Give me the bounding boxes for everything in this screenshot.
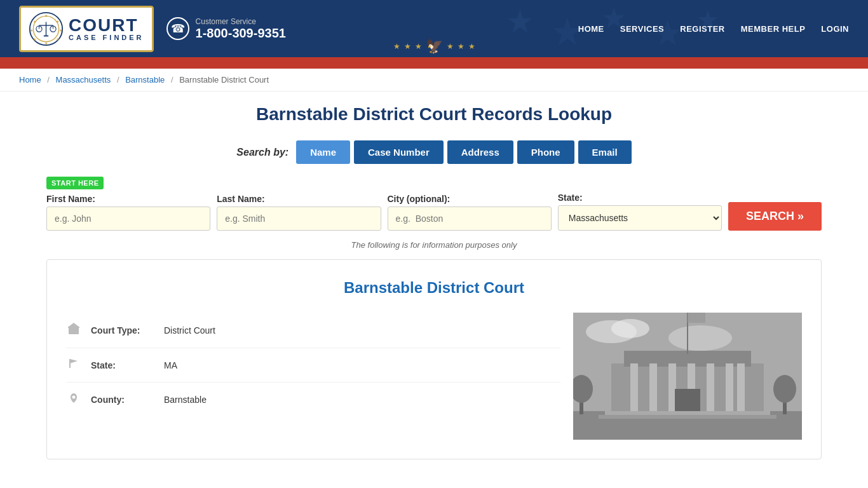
court-card: Barnstable District Court Court Type: Di… [46, 259, 822, 459]
court-card-title: Barnstable District Court [66, 279, 802, 297]
main-nav: HOME SERVICES REGISTER MEMBER HELP LOGIN [578, 24, 849, 34]
state-group: State: Massachusetts Alabama Alaska Ariz… [558, 193, 722, 231]
nav-services[interactable]: SERVICES [620, 24, 665, 34]
svg-rect-18 [68, 327, 79, 328]
county-value: Barnstable [164, 395, 207, 405]
nav-member-help[interactable]: MEMBER HELP [741, 24, 806, 34]
svg-rect-40 [599, 415, 776, 419]
svg-text:★: ★ [59, 28, 62, 32]
search-by-row: Search by: Name Case Number Address Phon… [46, 140, 822, 164]
first-name-group: First Name: [46, 194, 210, 231]
state-label-field: State: [91, 360, 154, 370]
breadcrumb-state[interactable]: Massachusetts [56, 75, 111, 85]
last-name-label: Last Name: [217, 194, 381, 204]
svg-rect-42 [688, 313, 705, 323]
eagle-emblem: ★ ★ ★ 🦅 ★ ★ ★ [393, 38, 475, 55]
tab-case-number[interactable]: Case Number [354, 140, 444, 164]
search-form-row: First Name: Last Name: City (optional): … [46, 193, 822, 231]
phone-number: 1-800-309-9351 [196, 26, 286, 41]
wave-bar: ★ ★ ★ 🦅 ★ ★ ★ [0, 57, 868, 69]
court-card-body: Court Type: District Court State: MA [66, 313, 802, 440]
breadcrumb: Home / Massachusetts / Barnstable / Barn… [0, 69, 868, 92]
svg-text:★: ★ [56, 36, 59, 41]
svg-rect-36 [726, 363, 733, 411]
phone-section: ☎ Customer Service 1-800-309-9351 [166, 17, 286, 41]
svg-point-23 [72, 396, 76, 399]
svg-text:★: ★ [33, 19, 36, 24]
svg-marker-20 [69, 323, 79, 327]
breadcrumb-sep-3: / [171, 75, 173, 85]
state-label: State: [558, 193, 722, 203]
svg-rect-37 [737, 363, 745, 411]
tab-phone[interactable]: Phone [517, 140, 574, 164]
form-section: START HERE First Name: Last Name: City (… [46, 177, 822, 231]
flag-icon [66, 358, 81, 372]
svg-rect-35 [707, 363, 714, 411]
breadcrumb-sep-2: / [117, 75, 119, 85]
state-value: MA [164, 360, 177, 370]
court-info-row-state: State: MA [66, 348, 560, 383]
breadcrumb-county[interactable]: Barnstable [125, 75, 165, 85]
customer-service-label: Customer Service [196, 17, 286, 26]
court-image [573, 313, 802, 440]
start-here-badge: START HERE [46, 177, 104, 189]
logo[interactable]: ★ ★ ★ ★ ★ ★ ★ ★ COURT CASE FINDER [19, 6, 154, 52]
svg-rect-38 [675, 389, 700, 414]
state-select[interactable]: Massachusetts Alabama Alaska Arizona Cal… [558, 205, 722, 231]
search-by-label: Search by: [236, 147, 288, 158]
info-note: The following is for information purpose… [46, 240, 822, 250]
court-type-label: Court Type: [91, 325, 154, 336]
first-name-label: First Name: [46, 194, 210, 204]
logo-court-label: COURT [69, 17, 144, 34]
breadcrumb-sep-1: / [47, 75, 50, 85]
search-section: Search by: Name Case Number Address Phon… [46, 140, 822, 164]
svg-text:★: ★ [56, 19, 59, 24]
svg-rect-19 [72, 329, 75, 334]
court-info-row-county: County: Barnstable [66, 383, 560, 416]
breadcrumb-home[interactable]: Home [19, 75, 41, 85]
last-name-group: Last Name: [217, 194, 381, 231]
svg-point-46 [773, 375, 796, 403]
page-title: Barnstable District Court Records Lookup [46, 104, 822, 125]
svg-text:★: ★ [44, 41, 48, 45]
court-type-value: District Court [164, 325, 215, 336]
court-info-table: Court Type: District Court State: MA [66, 313, 560, 440]
svg-text:★: ★ [44, 13, 48, 18]
city-input[interactable] [388, 207, 552, 231]
phone-icon: ☎ [166, 17, 189, 40]
tab-name[interactable]: Name [296, 140, 350, 164]
county-label: County: [91, 395, 154, 405]
city-label: City (optional): [388, 194, 552, 204]
svg-rect-32 [649, 363, 657, 411]
logo-casefinder-label: CASE FINDER [69, 34, 144, 41]
svg-text:★: ★ [30, 28, 33, 32]
logo-text: COURT CASE FINDER [69, 17, 144, 41]
building-icon [66, 322, 81, 338]
svg-point-26 [611, 319, 649, 338]
breadcrumb-current: Barnstable District Court [179, 75, 269, 85]
tab-email[interactable]: Email [578, 140, 632, 164]
svg-rect-39 [605, 411, 770, 415]
city-group: City (optional): [388, 194, 552, 231]
court-info-row-type: Court Type: District Court [66, 313, 560, 348]
main-content: Barnstable District Court Records Lookup… [27, 92, 841, 472]
map-pin-icon [66, 392, 81, 407]
nav-login[interactable]: LOGIN [821, 24, 849, 34]
svg-rect-31 [630, 363, 638, 411]
nav-home[interactable]: HOME [578, 24, 604, 34]
nav-register[interactable]: REGISTER [680, 24, 724, 34]
first-name-input[interactable] [46, 207, 210, 231]
svg-text:★: ★ [33, 36, 36, 41]
svg-point-27 [668, 325, 732, 351]
svg-marker-22 [70, 359, 78, 363]
search-button[interactable]: SEARCH » [728, 202, 822, 231]
tab-address[interactable]: Address [447, 140, 513, 164]
last-name-input[interactable] [217, 207, 381, 231]
logo-emblem: ★ ★ ★ ★ ★ ★ ★ ★ [29, 11, 64, 46]
